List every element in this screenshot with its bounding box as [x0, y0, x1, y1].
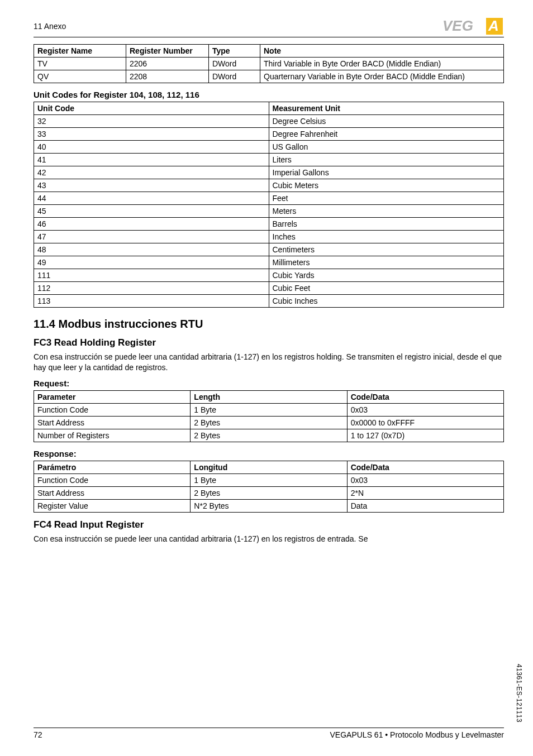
page-number: 72 — [34, 730, 42, 739]
page-header: 11 Anexo VEG A — [34, 17, 504, 37]
fc3-title: FC3 Read Holding Register — [34, 337, 504, 348]
svg-text:VEG: VEG — [442, 17, 473, 34]
fc3-response-table: Parámetro Longitud Code/Data Function Co… — [34, 461, 504, 513]
table-row: Number of Registers2 Bytes1 to 127 (0x7D… — [34, 429, 504, 442]
document-code: 41361-ES-121113 — [515, 664, 523, 722]
table-row: QV 2208 DWord Quarternary Variable in By… — [34, 70, 504, 83]
table-row: 48Centimeters — [34, 243, 504, 256]
table-row: 33Degree Fahrenheit — [34, 128, 504, 141]
vega-logo: VEG A — [442, 17, 504, 36]
fc3-request-label: Request: — [34, 379, 504, 388]
col-header: Register Name — [34, 45, 126, 58]
table-row: Start Address2 Bytes2*N — [34, 486, 504, 499]
section-11-4-title: 11.4 Modbus instrucciones RTU — [34, 318, 504, 331]
table-row: 41Liters — [34, 154, 504, 166]
col-header: Unit Code — [34, 102, 269, 115]
table-row: 111Cubic Yards — [34, 269, 504, 282]
col-header: Code/Data — [347, 461, 503, 473]
table-header-row: Parámetro Longitud Code/Data — [34, 461, 504, 473]
table-row: Function Code1 Byte0x03 — [34, 473, 504, 486]
table-header-row: Register Name Register Number Type Note — [34, 45, 504, 58]
table-row: 46Barrels — [34, 218, 504, 231]
col-header: Longitud — [191, 461, 347, 473]
footer-product: VEGAPULS 61 • Protocolo Modbus y Levelma… — [330, 730, 505, 739]
table-row: 47Inches — [34, 231, 504, 243]
fc4-body: Con esa instrucción se puede leer una ca… — [34, 534, 504, 544]
fc3-response-label: Response: — [34, 449, 504, 458]
table-row: Register ValueN*2 BytesData — [34, 499, 504, 512]
table-row: 32Degree Celsius — [34, 115, 504, 128]
col-header: Code/Data — [347, 390, 503, 403]
table-row: 42Imperial Gallons — [34, 166, 504, 179]
unit-codes-title: Unit Codes for Register 104, 108, 112, 1… — [34, 90, 504, 99]
table-row: 40US Gallon — [34, 141, 504, 154]
table-row: 49Millimeters — [34, 256, 504, 269]
table-row: 44Feet — [34, 192, 504, 205]
table-row: TV 2206 DWord Third Variable in Byte Ord… — [34, 58, 504, 70]
table-row: 113Cubic Inches — [34, 295, 504, 308]
table-row: Start Address2 Bytes0x0000 to 0xFFFF — [34, 416, 504, 429]
col-header: Register Number — [126, 45, 209, 58]
header-anexo: 11 Anexo — [34, 22, 66, 31]
svg-text:A: A — [488, 17, 499, 34]
col-header: Measurement Unit — [269, 102, 504, 115]
col-header: Parámetro — [34, 461, 191, 473]
table-row: 112Cubic Feet — [34, 282, 504, 295]
unit-codes-table: Unit Code Measurement Unit 32Degree Cels… — [34, 102, 504, 308]
fc3-request-table: Parameter Length Code/Data Function Code… — [34, 390, 504, 442]
col-header: Parameter — [34, 390, 191, 403]
col-header: Length — [191, 390, 347, 403]
table-header-row: Unit Code Measurement Unit — [34, 102, 504, 115]
table-header-row: Parameter Length Code/Data — [34, 390, 504, 403]
col-header: Type — [209, 45, 260, 58]
table-row: Function Code1 Byte0x03 — [34, 403, 504, 416]
fc4-title: FC4 Read Input Register — [34, 519, 504, 530]
table-row: 43Cubic Meters — [34, 179, 504, 192]
col-header: Note — [260, 45, 504, 58]
fc3-body: Con esa instrucción se puede leer una ca… — [34, 352, 504, 373]
table-row: 45Meters — [34, 205, 504, 218]
registers-table: Register Name Register Number Type Note … — [34, 44, 504, 83]
page-footer: 72 VEGAPULS 61 • Protocolo Modbus y Leve… — [34, 728, 504, 739]
